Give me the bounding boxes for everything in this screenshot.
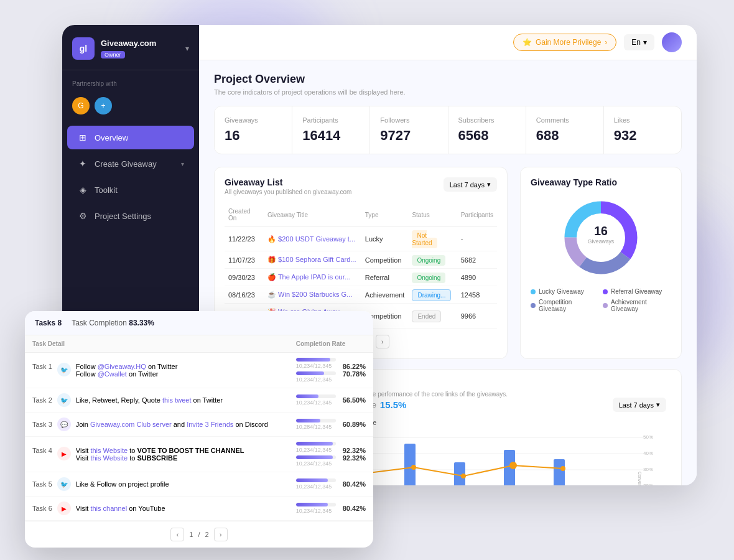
col-type: Type [361, 203, 409, 227]
stat-participants-value: 16414 [302, 128, 360, 144]
stat-followers: Followers 9727 [370, 106, 448, 154]
stat-subscribers-value: 6568 [458, 128, 516, 144]
svg-text:40%: 40% [643, 450, 653, 456]
svg-point-34 [509, 462, 517, 469]
page-subtitle: The core indicators of project operation… [214, 88, 682, 96]
row-title[interactable]: ☕ Win $200 Starbucks G... [264, 286, 361, 304]
partner-icons: G + [62, 92, 199, 124]
task-total-pages: 2 [205, 531, 209, 538]
table-row: 09/30/23 🍎 The Apple IPAD is our... Refe… [225, 269, 497, 286]
giveaway-table: Created On Giveaway Title Type Status Pa… [225, 203, 497, 329]
stats-row: Giveaways 16 Participants 16414 Follower… [214, 106, 682, 154]
twitter-icon-2: 🐦 [57, 393, 71, 407]
discord-icon: 💬 [57, 418, 71, 431]
nav-overview-label: Overview [95, 133, 128, 142]
youtube-icon: ▶ [57, 447, 71, 460]
settings-icon: ⚙ [77, 210, 88, 222]
row-title[interactable]: 🍎 The Apple IPAD is our... [264, 269, 361, 286]
task-3-link2[interactable]: Invite 3 Friends [187, 421, 233, 428]
user-avatar[interactable] [662, 32, 682, 52]
col-participants: Participants [457, 203, 497, 227]
partner-icon-g[interactable]: G [72, 97, 90, 114]
legend-competition-label: Competition Giveaway [539, 299, 599, 312]
legend-achievement-dot [603, 303, 608, 308]
task-panel-pagination: ‹ 1 / 2 › [25, 521, 373, 548]
row-status: Drawing... [408, 286, 457, 304]
chevron-down-icon: ▾ [185, 44, 189, 53]
col-created-on: Created On [225, 203, 264, 227]
task-6-link[interactable]: this channel [90, 505, 127, 512]
task-2-detail: Task 2 🐦 Like, Retweet, Reply, Quote thi… [25, 388, 289, 413]
chevron-lang-icon: ▾ [643, 38, 647, 47]
task-1-rate: 10,234/12,345 10,234/12,345 86.22% 70.78… [289, 353, 373, 388]
task-4-detail: Task 4 ▶ Visit this Website to VOTE TO B… [25, 437, 289, 472]
donut-svg: 16 Giveaways [560, 197, 641, 278]
task-6-detail: Task 6 ▶ Visit this channel on YouTube [25, 497, 289, 521]
star-icon: ⭐ [523, 38, 532, 47]
task-4-link1[interactable]: this Website [90, 447, 128, 454]
svg-text:Giveaways: Giveaways [588, 238, 615, 245]
logo-icon: gl [72, 37, 95, 60]
svg-text:30%: 30% [643, 467, 653, 472]
task-next-page-button[interactable]: › [214, 528, 228, 541]
legend-referral-label: Referral Giveaway [611, 288, 662, 295]
task-1-detail: Task 1 🐦 Follow @Giveaway.HQ on Twitter … [25, 353, 289, 388]
legend-lucky: Lucky Giveaway [531, 288, 599, 295]
nav-create-label: Create Giveaway [95, 159, 157, 169]
sidebar-logo[interactable]: gl Giveaway.com Owner ▾ [62, 37, 199, 70]
sidebar-item-create-giveaway[interactable]: ✦ Create Giveaway ▾ [67, 152, 194, 175]
row-type: Competition [361, 251, 409, 269]
row-status: Ongoing [408, 269, 457, 286]
row-type: Lucky [361, 227, 409, 251]
row-date: 09/30/23 [225, 269, 264, 286]
task-1-line1: Follow @Giveaway.HQ on Twitter [76, 363, 178, 370]
task-4-link2[interactable]: this Website [90, 454, 128, 462]
row-title[interactable]: 🎁 $100 Sephora Gift Card... [264, 251, 361, 269]
legend-referral: Referral Giveaway [603, 288, 671, 295]
row-date: 11/07/23 [225, 251, 264, 269]
owner-badge: Owner [101, 51, 125, 58]
stat-giveaways: Giveaways 16 [215, 106, 292, 154]
row-type: Achievement [361, 286, 409, 304]
stat-likes-label: Likes [614, 116, 671, 124]
funnel-conversion-value: 15.5% [380, 399, 407, 410]
stat-subscribers: Subscribers 6568 [448, 106, 526, 154]
legend-achievement: Achievement Giveaway [603, 299, 671, 312]
task-2-link[interactable]: this tweet [162, 396, 191, 404]
task-1-link1[interactable]: @Giveaway.HQ [98, 363, 146, 370]
date-filter-button[interactable]: Last 7 days ▾ [444, 177, 497, 192]
chevron-expand-icon: ▾ [181, 161, 184, 167]
language-button[interactable]: En ▾ [624, 34, 654, 50]
giveaway-list-header: Giveaway List All giveaways you publishe… [225, 177, 497, 195]
donut-container: 16 Giveaways [531, 197, 671, 278]
logo-text: Giveaway.com Owner [101, 39, 185, 59]
task-page-separator: / [198, 531, 200, 538]
row-title[interactable]: 🔥 $200 USDT Giveaway t... [264, 227, 361, 251]
giveaway-list-title: Giveaway List [225, 177, 351, 187]
sidebar-item-settings[interactable]: ⚙ Project Settings [67, 204, 194, 228]
row-type: Referral [361, 269, 409, 286]
funnel-filter-button[interactable]: Last 7 days ▾ [613, 398, 666, 412]
sidebar-item-toolkit[interactable]: ◈ Toolkit [67, 178, 194, 202]
next-page-button[interactable]: › [376, 335, 389, 348]
stat-likes-value: 932 [614, 128, 671, 144]
top-bar: ⭐ Gain More Privilege › En ▾ [199, 25, 697, 60]
donut-chart-card: Giveaway Type Ratio [520, 167, 682, 359]
svg-rect-27 [554, 459, 565, 485]
lang-label: En [631, 38, 641, 47]
task-1-link2[interactable]: @Cwallet [98, 370, 127, 378]
row-participants: 12458 [457, 286, 497, 304]
task-3-link1[interactable]: Giveaway.com Club server [90, 421, 172, 428]
partner-icon-b[interactable]: + [95, 97, 112, 114]
legend-competition: Competition Giveaway [531, 299, 599, 312]
stat-participants: Participants 16414 [292, 106, 370, 154]
svg-point-35 [560, 466, 565, 471]
sidebar-item-overview[interactable]: ⊞ Overview [67, 126, 194, 149]
gain-privilege-button[interactable]: ⭐ Gain More Privilege › [513, 34, 616, 51]
task-prev-page-button[interactable]: ‹ [170, 528, 184, 541]
overview-icon: ⊞ [77, 132, 88, 143]
stat-giveaways-value: 16 [225, 128, 282, 144]
svg-text:20%: 20% [643, 483, 653, 485]
stat-likes: Likes 932 [604, 106, 681, 154]
legend-referral-dot [603, 289, 608, 294]
